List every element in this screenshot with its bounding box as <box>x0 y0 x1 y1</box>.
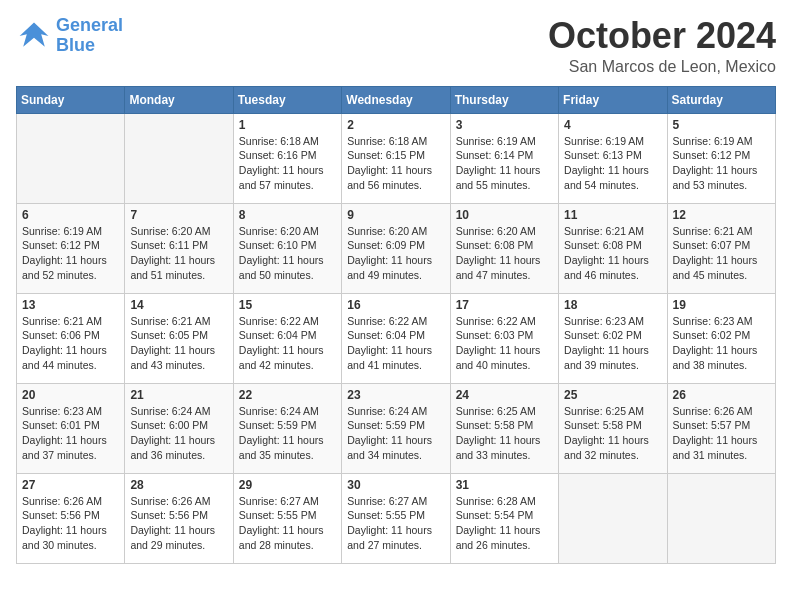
table-row: 1Sunrise: 6:18 AM Sunset: 6:16 PM Daylig… <box>233 113 341 203</box>
day-number: 23 <box>347 388 444 402</box>
calendar-week-row: 20Sunrise: 6:23 AM Sunset: 6:01 PM Dayli… <box>17 383 776 473</box>
day-number: 12 <box>673 208 770 222</box>
day-number: 3 <box>456 118 553 132</box>
table-row: 3Sunrise: 6:19 AM Sunset: 6:14 PM Daylig… <box>450 113 558 203</box>
day-number: 8 <box>239 208 336 222</box>
day-info: Sunrise: 6:25 AM Sunset: 5:58 PM Dayligh… <box>456 404 553 463</box>
day-info: Sunrise: 6:24 AM Sunset: 6:00 PM Dayligh… <box>130 404 227 463</box>
day-info: Sunrise: 6:23 AM Sunset: 6:01 PM Dayligh… <box>22 404 119 463</box>
day-number: 28 <box>130 478 227 492</box>
table-row: 19Sunrise: 6:23 AM Sunset: 6:02 PM Dayli… <box>667 293 775 383</box>
day-info: Sunrise: 6:20 AM Sunset: 6:08 PM Dayligh… <box>456 224 553 283</box>
calendar-table: Sunday Monday Tuesday Wednesday Thursday… <box>16 86 776 564</box>
header-friday: Friday <box>559 86 667 113</box>
day-number: 6 <box>22 208 119 222</box>
table-row: 4Sunrise: 6:19 AM Sunset: 6:13 PM Daylig… <box>559 113 667 203</box>
day-info: Sunrise: 6:21 AM Sunset: 6:08 PM Dayligh… <box>564 224 661 283</box>
table-row <box>559 473 667 563</box>
day-info: Sunrise: 6:27 AM Sunset: 5:55 PM Dayligh… <box>239 494 336 553</box>
table-row: 24Sunrise: 6:25 AM Sunset: 5:58 PM Dayli… <box>450 383 558 473</box>
table-row: 14Sunrise: 6:21 AM Sunset: 6:05 PM Dayli… <box>125 293 233 383</box>
logo-text: General Blue <box>56 16 123 56</box>
day-info: Sunrise: 6:19 AM Sunset: 6:14 PM Dayligh… <box>456 134 553 193</box>
logo-icon <box>16 18 52 54</box>
header-monday: Monday <box>125 86 233 113</box>
day-number: 15 <box>239 298 336 312</box>
day-info: Sunrise: 6:19 AM Sunset: 6:12 PM Dayligh… <box>673 134 770 193</box>
table-row: 25Sunrise: 6:25 AM Sunset: 5:58 PM Dayli… <box>559 383 667 473</box>
day-info: Sunrise: 6:20 AM Sunset: 6:09 PM Dayligh… <box>347 224 444 283</box>
day-number: 4 <box>564 118 661 132</box>
day-info: Sunrise: 6:25 AM Sunset: 5:58 PM Dayligh… <box>564 404 661 463</box>
table-row: 5Sunrise: 6:19 AM Sunset: 6:12 PM Daylig… <box>667 113 775 203</box>
table-row: 29Sunrise: 6:27 AM Sunset: 5:55 PM Dayli… <box>233 473 341 563</box>
header-thursday: Thursday <box>450 86 558 113</box>
table-row: 28Sunrise: 6:26 AM Sunset: 5:56 PM Dayli… <box>125 473 233 563</box>
table-row: 20Sunrise: 6:23 AM Sunset: 6:01 PM Dayli… <box>17 383 125 473</box>
table-row: 18Sunrise: 6:23 AM Sunset: 6:02 PM Dayli… <box>559 293 667 383</box>
month-title: October 2024 <box>548 16 776 56</box>
day-number: 21 <box>130 388 227 402</box>
day-number: 30 <box>347 478 444 492</box>
day-number: 25 <box>564 388 661 402</box>
day-info: Sunrise: 6:20 AM Sunset: 6:10 PM Dayligh… <box>239 224 336 283</box>
day-number: 7 <box>130 208 227 222</box>
day-info: Sunrise: 6:24 AM Sunset: 5:59 PM Dayligh… <box>239 404 336 463</box>
day-info: Sunrise: 6:22 AM Sunset: 6:04 PM Dayligh… <box>239 314 336 373</box>
header-saturday: Saturday <box>667 86 775 113</box>
day-number: 14 <box>130 298 227 312</box>
day-number: 1 <box>239 118 336 132</box>
table-row <box>17 113 125 203</box>
table-row: 12Sunrise: 6:21 AM Sunset: 6:07 PM Dayli… <box>667 203 775 293</box>
header-tuesday: Tuesday <box>233 86 341 113</box>
day-info: Sunrise: 6:18 AM Sunset: 6:15 PM Dayligh… <box>347 134 444 193</box>
day-info: Sunrise: 6:26 AM Sunset: 5:56 PM Dayligh… <box>22 494 119 553</box>
day-info: Sunrise: 6:18 AM Sunset: 6:16 PM Dayligh… <box>239 134 336 193</box>
day-info: Sunrise: 6:26 AM Sunset: 5:57 PM Dayligh… <box>673 404 770 463</box>
day-number: 5 <box>673 118 770 132</box>
day-number: 9 <box>347 208 444 222</box>
day-info: Sunrise: 6:26 AM Sunset: 5:56 PM Dayligh… <box>130 494 227 553</box>
day-number: 13 <box>22 298 119 312</box>
day-info: Sunrise: 6:24 AM Sunset: 5:59 PM Dayligh… <box>347 404 444 463</box>
page-header: General Blue October 2024 San Marcos de … <box>16 16 776 76</box>
day-number: 2 <box>347 118 444 132</box>
table-row: 16Sunrise: 6:22 AM Sunset: 6:04 PM Dayli… <box>342 293 450 383</box>
table-row: 6Sunrise: 6:19 AM Sunset: 6:12 PM Daylig… <box>17 203 125 293</box>
svg-marker-0 <box>20 22 49 46</box>
table-row: 15Sunrise: 6:22 AM Sunset: 6:04 PM Dayli… <box>233 293 341 383</box>
table-row <box>125 113 233 203</box>
day-info: Sunrise: 6:22 AM Sunset: 6:03 PM Dayligh… <box>456 314 553 373</box>
table-row: 8Sunrise: 6:20 AM Sunset: 6:10 PM Daylig… <box>233 203 341 293</box>
title-block: October 2024 San Marcos de Leon, Mexico <box>548 16 776 76</box>
day-number: 22 <box>239 388 336 402</box>
day-number: 16 <box>347 298 444 312</box>
day-number: 20 <box>22 388 119 402</box>
table-row: 17Sunrise: 6:22 AM Sunset: 6:03 PM Dayli… <box>450 293 558 383</box>
day-info: Sunrise: 6:21 AM Sunset: 6:05 PM Dayligh… <box>130 314 227 373</box>
day-info: Sunrise: 6:21 AM Sunset: 6:06 PM Dayligh… <box>22 314 119 373</box>
table-row <box>667 473 775 563</box>
table-row: 27Sunrise: 6:26 AM Sunset: 5:56 PM Dayli… <box>17 473 125 563</box>
day-info: Sunrise: 6:22 AM Sunset: 6:04 PM Dayligh… <box>347 314 444 373</box>
day-info: Sunrise: 6:20 AM Sunset: 6:11 PM Dayligh… <box>130 224 227 283</box>
day-number: 26 <box>673 388 770 402</box>
day-number: 11 <box>564 208 661 222</box>
table-row: 22Sunrise: 6:24 AM Sunset: 5:59 PM Dayli… <box>233 383 341 473</box>
table-row: 9Sunrise: 6:20 AM Sunset: 6:09 PM Daylig… <box>342 203 450 293</box>
table-row: 10Sunrise: 6:20 AM Sunset: 6:08 PM Dayli… <box>450 203 558 293</box>
location: San Marcos de Leon, Mexico <box>548 58 776 76</box>
table-row: 31Sunrise: 6:28 AM Sunset: 5:54 PM Dayli… <box>450 473 558 563</box>
table-row: 7Sunrise: 6:20 AM Sunset: 6:11 PM Daylig… <box>125 203 233 293</box>
day-number: 31 <box>456 478 553 492</box>
day-number: 17 <box>456 298 553 312</box>
day-info: Sunrise: 6:19 AM Sunset: 6:13 PM Dayligh… <box>564 134 661 193</box>
logo: General Blue <box>16 16 123 56</box>
day-info: Sunrise: 6:23 AM Sunset: 6:02 PM Dayligh… <box>673 314 770 373</box>
day-number: 27 <box>22 478 119 492</box>
header-wednesday: Wednesday <box>342 86 450 113</box>
day-info: Sunrise: 6:23 AM Sunset: 6:02 PM Dayligh… <box>564 314 661 373</box>
day-number: 10 <box>456 208 553 222</box>
day-number: 18 <box>564 298 661 312</box>
header-sunday: Sunday <box>17 86 125 113</box>
